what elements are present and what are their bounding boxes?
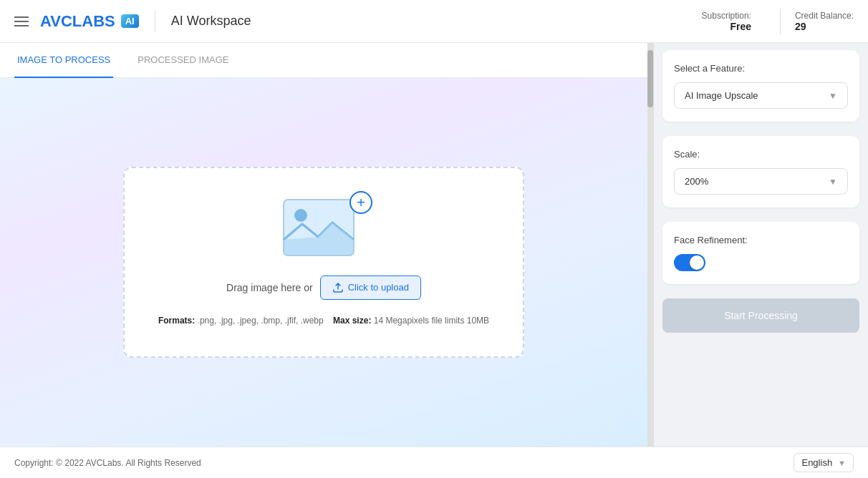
subscription-info: Subscription: Free xyxy=(702,11,766,32)
image-area-inner: + Drag image here or Click to upload xyxy=(0,78,647,447)
formats-value: .png, .jpg, .jpeg, .bmp, .jfif, .webp xyxy=(198,316,324,326)
tabs-bar: IMAGE TO PROCESS PROCESSED IMAGE xyxy=(0,43,647,78)
drag-label: Drag image here or xyxy=(226,282,313,293)
scroll-track[interactable] xyxy=(647,43,653,447)
logo-divider xyxy=(155,11,155,32)
logo-ai-badge: AI xyxy=(121,14,139,28)
face-refinement-card: Face Refinement: xyxy=(662,222,859,284)
scroll-thumb xyxy=(647,50,653,107)
header-divider xyxy=(780,9,781,34)
face-refinement-toggle-row xyxy=(674,254,848,271)
tab-processed-image[interactable]: PROCESSED IMAGE xyxy=(135,43,231,78)
formats-label: Formats: xyxy=(158,316,195,326)
drag-drop-text: Drag image here or Click to upload xyxy=(226,275,421,300)
feature-select[interactable]: AI Image Upscale ▼ xyxy=(674,82,848,109)
main-layout: IMAGE TO PROCESS PROCESSED IMAGE + xyxy=(0,43,868,447)
workspace-title: AI Workspace xyxy=(171,14,251,29)
language-selector[interactable]: English ▼ xyxy=(794,453,854,472)
feature-chevron-icon: ▼ xyxy=(829,91,837,101)
face-refinement-toggle[interactable] xyxy=(674,254,705,271)
upload-zone[interactable]: + Drag image here or Click to upload xyxy=(123,167,524,358)
toggle-knob xyxy=(690,255,704,270)
format-info: Formats: .png, .jpg, .jpeg, .bmp, .jfif,… xyxy=(158,314,489,328)
credit-info: Credit Balance: 29 xyxy=(795,11,854,32)
credit-label: Credit Balance: xyxy=(795,11,854,21)
header: AVCLABS AI AI Workspace Subscription: Fr… xyxy=(0,0,868,43)
add-image-icon: + xyxy=(349,191,372,214)
scale-card: Scale: 200% ▼ xyxy=(662,136,859,208)
feature-selected-value: AI Image Upscale xyxy=(685,90,758,101)
scale-chevron-icon: ▼ xyxy=(829,177,837,187)
left-panel: IMAGE TO PROCESS PROCESSED IMAGE + xyxy=(0,43,647,447)
footer: Copyright: © 2022 AVCLabs. All Rights Re… xyxy=(0,447,868,478)
logo-avclabs: AVCLABS xyxy=(40,12,115,31)
subscription-label: Subscription: xyxy=(702,11,751,21)
upload-icon xyxy=(332,282,344,293)
maxsize-value: 14 Megapixels file limits 10MB xyxy=(374,316,489,326)
logo-area: AVCLABS AI AI Workspace xyxy=(40,11,251,32)
hamburger-menu[interactable] xyxy=(14,16,29,26)
feature-label: Select a Feature: xyxy=(674,63,848,74)
scale-label: Scale: xyxy=(674,149,848,160)
language-chevron-icon: ▼ xyxy=(838,459,846,467)
credit-value: 29 xyxy=(795,21,854,32)
subscription-value: Free xyxy=(730,21,751,32)
scale-selected-value: 200% xyxy=(685,176,708,187)
image-area: + Drag image here or Click to upload xyxy=(0,78,647,447)
header-right: Subscription: Free Credit Balance: 29 xyxy=(702,9,854,34)
start-processing-button[interactable]: Start Processing xyxy=(662,298,859,333)
scale-select[interactable]: 200% ▼ xyxy=(674,168,848,195)
upload-icon-wrap: + xyxy=(281,197,367,261)
right-panel: Select a Feature: AI Image Upscale ▼ Sca… xyxy=(653,43,868,447)
tab-image-to-process[interactable]: IMAGE TO PROCESS xyxy=(14,43,113,78)
copyright-text: Copyright: © 2022 AVCLabs. All Rights Re… xyxy=(14,458,201,468)
face-refinement-label: Face Refinement: xyxy=(674,235,848,245)
upload-button-label: Click to upload xyxy=(348,282,409,293)
svg-point-1 xyxy=(294,209,307,222)
feature-card: Select a Feature: AI Image Upscale ▼ xyxy=(662,50,859,122)
maxsize-label: Max size: xyxy=(333,316,371,326)
click-to-upload-button[interactable]: Click to upload xyxy=(320,275,421,300)
language-value: English xyxy=(801,457,832,468)
